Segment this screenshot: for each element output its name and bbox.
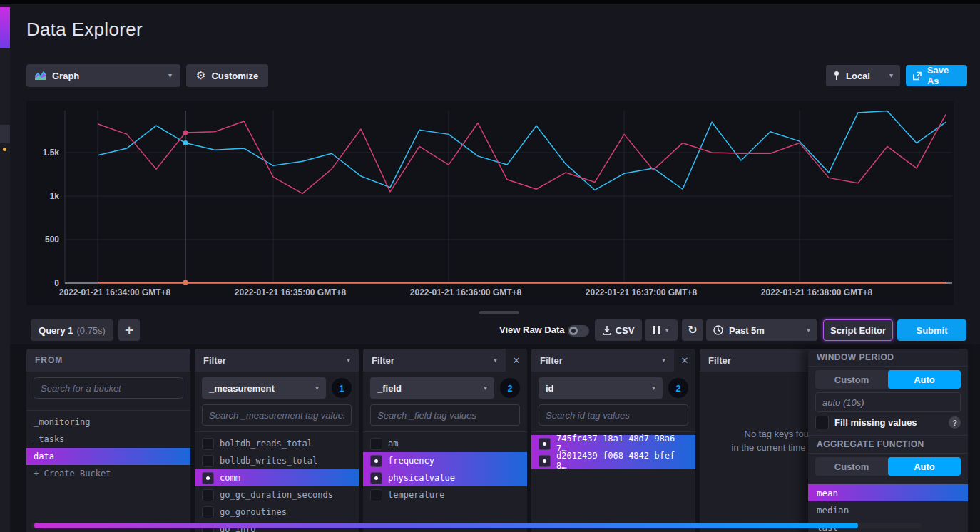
nav-rail bbox=[0, 4, 10, 532]
close-filter-icon[interactable]: ✕ bbox=[506, 349, 527, 372]
list-item[interactable]: 745fc437-18a1-48d7-98a6-7… bbox=[531, 435, 695, 452]
filter-panel-header[interactable]: Filter ▾ bbox=[195, 349, 359, 372]
list-item[interactable]: am bbox=[363, 435, 527, 452]
list-item[interactable]: d2012439-f068-4842-bfef-8… bbox=[531, 452, 695, 469]
checkbox[interactable] bbox=[202, 438, 214, 450]
list-item[interactable]: physicalvalue bbox=[363, 469, 527, 486]
window-period-input[interactable] bbox=[815, 392, 961, 412]
time-series-chart[interactable]: 05001k1.5k2022-01-21 16:34:00 GMT+82022-… bbox=[26, 101, 954, 305]
custom-option[interactable]: Custom bbox=[815, 457, 888, 476]
list-item-label: d2012439-f068-4842-bfef-8… bbox=[556, 451, 688, 471]
list-item[interactable]: comm bbox=[195, 469, 359, 486]
refresh-button[interactable]: ↻ bbox=[682, 319, 703, 341]
list-item[interactable]: _monitoring bbox=[26, 414, 190, 431]
y-axis-tick-label: 1k bbox=[50, 191, 60, 201]
list-item-label: + Create Bucket bbox=[34, 469, 111, 479]
chevron-down-icon: ▾ bbox=[315, 384, 319, 392]
aggregate-mode-toggle: Custom Auto bbox=[815, 457, 961, 476]
custom-option[interactable]: Custom bbox=[815, 370, 888, 389]
data-explorer-page: Data Explorer Graph ▾ ⚙ Customize Local … bbox=[0, 0, 980, 532]
close-filter-icon[interactable]: ✕ bbox=[674, 349, 695, 372]
list-item[interactable]: + Create Bucket bbox=[26, 465, 190, 482]
pin-icon bbox=[833, 71, 840, 81]
filter-title: Filter bbox=[540, 355, 563, 366]
selected-count-badge: 2 bbox=[500, 378, 520, 398]
resize-drag-handle[interactable] bbox=[479, 311, 519, 314]
filter-panel-header[interactable]: Filter ▾ bbox=[531, 349, 674, 372]
divider bbox=[26, 410, 190, 411]
customize-button[interactable]: ⚙ Customize bbox=[186, 64, 268, 87]
checkbox[interactable] bbox=[370, 472, 382, 484]
checkbox[interactable] bbox=[202, 506, 214, 518]
auto-option[interactable]: Auto bbox=[888, 457, 961, 476]
auto-option[interactable]: Auto bbox=[888, 370, 961, 389]
checkbox[interactable] bbox=[370, 438, 382, 450]
tag-value-search-input[interactable] bbox=[539, 404, 688, 426]
list-item[interactable]: go_gc_duration_seconds bbox=[195, 486, 359, 503]
checkbox[interactable] bbox=[370, 455, 382, 467]
nav-logo[interactable] bbox=[0, 7, 10, 48]
chevron-down-icon: ▾ bbox=[662, 357, 665, 364]
list-item[interactable]: temperature bbox=[363, 486, 527, 503]
y-axis-tick-label: 500 bbox=[45, 235, 59, 245]
tag-value-search-input[interactable] bbox=[202, 404, 352, 426]
pause-icon bbox=[653, 326, 660, 334]
tag-value-list: amfrequencyphysicalvaluetemperature bbox=[363, 435, 527, 503]
x-axis-tick-label: 2022-01-21 16:37:00 GMT+8 bbox=[586, 287, 698, 297]
series-blue-hover-dot bbox=[183, 140, 188, 145]
pause-button[interactable]: ▾ bbox=[645, 319, 678, 341]
nav-item[interactable] bbox=[0, 125, 10, 143]
list-item[interactable]: median bbox=[808, 501, 968, 518]
checkbox[interactable] bbox=[539, 438, 551, 450]
checkbox[interactable] bbox=[202, 455, 214, 467]
list-item[interactable]: _tasks bbox=[26, 431, 190, 448]
chevron-down-icon: ▾ bbox=[494, 357, 497, 364]
list-item[interactable]: data bbox=[26, 448, 190, 465]
horizontal-scrollbar-thumb[interactable] bbox=[34, 523, 858, 528]
view-type-dropdown[interactable]: Graph ▾ bbox=[26, 64, 180, 87]
view-raw-data-toggle[interactable] bbox=[568, 325, 589, 337]
tag-value-search-input[interactable] bbox=[370, 404, 520, 426]
top-strip bbox=[0, 0, 980, 4]
filter-panel-field: Filter ▾ ✕ _field ▾ 2 amfrequencyphysica… bbox=[363, 349, 527, 532]
list-item[interactable]: frequency bbox=[363, 452, 527, 469]
tag-value-list: boltdb_reads_totalboltdb_writes_totalcom… bbox=[195, 435, 359, 532]
x-axis-tick-label: 2022-01-21 16:34:00 GMT+8 bbox=[59, 287, 171, 297]
time-range-dropdown[interactable]: Past 5m ▾ bbox=[706, 319, 817, 341]
list-item[interactable]: boltdb_writes_total bbox=[195, 452, 359, 469]
fill-missing-values-label: Fill missing values bbox=[834, 417, 917, 428]
refresh-icon: ↻ bbox=[688, 324, 697, 336]
checkbox[interactable] bbox=[370, 489, 382, 501]
add-query-button[interactable]: + bbox=[118, 319, 140, 341]
filter-panel-header[interactable]: Filter ▾ bbox=[363, 349, 506, 372]
bucket-list: _monitoring_tasksdata+ Create Bucket bbox=[26, 414, 190, 482]
save-as-button[interactable]: Save As bbox=[906, 65, 967, 86]
local-dropdown[interactable]: Local ▾ bbox=[826, 65, 900, 86]
submit-button[interactable]: Submit bbox=[897, 319, 966, 341]
list-item[interactable]: boltdb_reads_total bbox=[195, 435, 359, 452]
list-item[interactable]: mean bbox=[808, 484, 968, 501]
tag-value-list: 745fc437-18a1-48d7-98a6-7…d2012439-f068-… bbox=[531, 435, 695, 469]
selected-count-badge: 2 bbox=[668, 378, 688, 398]
tag-key-dropdown[interactable]: id ▾ bbox=[539, 377, 663, 399]
checkbox[interactable] bbox=[202, 472, 214, 484]
csv-download-button[interactable]: CSV bbox=[595, 319, 642, 341]
fill-missing-values-checkbox[interactable] bbox=[815, 416, 829, 429]
checkbox[interactable] bbox=[202, 489, 214, 501]
window-period-header: WINDOW PERIOD bbox=[808, 349, 968, 367]
query-tab[interactable]: Query 1 (0.75s) bbox=[31, 319, 113, 341]
series-pink-hover-dot bbox=[183, 130, 188, 135]
checkbox[interactable] bbox=[539, 455, 551, 467]
tag-key-dropdown[interactable]: _measurement ▾ bbox=[202, 377, 326, 399]
list-item-label: mean bbox=[817, 488, 838, 498]
divider bbox=[363, 431, 527, 432]
tag-key-dropdown[interactable]: _field ▾ bbox=[370, 377, 494, 399]
list-item-label: _tasks bbox=[34, 434, 64, 444]
script-editor-button[interactable]: Script Editor bbox=[823, 319, 893, 341]
bucket-search-input[interactable] bbox=[34, 377, 183, 399]
filter-title: Filter bbox=[708, 355, 731, 366]
x-axis-tick-label: 2022-01-21 16:38:00 GMT+8 bbox=[761, 287, 873, 297]
list-item-label: go_gc_duration_seconds bbox=[220, 490, 333, 500]
list-item[interactable]: go_goroutines bbox=[195, 503, 359, 521]
help-icon[interactable]: ? bbox=[949, 416, 961, 429]
